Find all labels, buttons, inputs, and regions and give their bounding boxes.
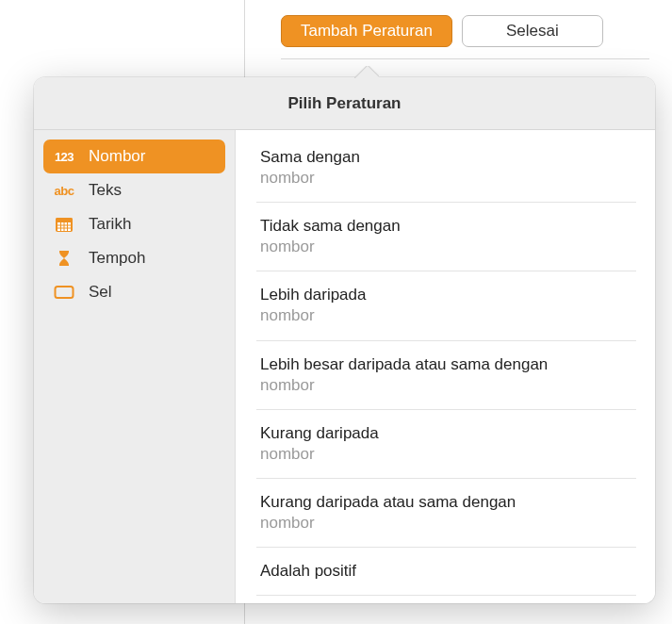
add-rule-button[interactable]: Tambah Peraturan [281,15,452,47]
header-buttons: Tambah Peraturan Selesai [281,15,603,47]
sidebar-item-label: Tarikh [89,215,131,234]
sidebar-item-text[interactable]: abc Teks [43,173,225,207]
svg-rect-1 [56,218,73,222]
sidebar-item-date[interactable]: Tarikh [43,207,225,241]
rule-title: Lebih daripada [260,285,632,305]
sidebar-item-duration[interactable]: Tempoh [43,241,225,275]
rule-sub: nombor [260,375,632,396]
rule-sub: nombor [260,444,632,465]
rule-title: Lebih besar daripada atau sama dengan [260,354,632,375]
done-button[interactable]: Selesai [462,15,603,47]
popover-title: Pilih Peraturan [34,77,655,130]
rule-popover: Pilih Peraturan 123 Nombor abc Teks [34,77,655,603]
cell-icon [51,285,77,300]
rule-title: Adalah positif [260,561,632,582]
rule-type-sidebar: 123 Nombor abc Teks [34,130,236,603]
calendar-icon [51,216,77,233]
rule-item-greater[interactable]: Lebih daripada nombor [256,271,636,340]
popover-body: 123 Nombor abc Teks [34,130,655,603]
rule-sub: nombor [260,237,632,257]
rule-title: Tidak sama dengan [260,216,632,237]
rule-item-greater-equal[interactable]: Lebih besar daripada atau sama dengan no… [256,341,636,410]
rule-title: Kurang daripada atau sama dengan [260,492,632,513]
sidebar-item-label: Nombor [89,147,145,166]
rule-item-less[interactable]: Kurang daripada nombor [256,410,636,479]
rule-item-positive[interactable]: Adalah positif [256,548,636,596]
header-divider [281,58,649,59]
sidebar-item-label: Sel [89,283,112,302]
rule-title: Sama dengan [260,147,632,168]
rule-item-not-equal[interactable]: Tidak sama dengan nombor [256,203,636,271]
rule-item-less-equal[interactable]: Kurang daripada atau sama dengan nombor [256,479,636,548]
number-icon: 123 [51,150,77,164]
sidebar-item-label: Teks [89,181,122,200]
rule-sub: nombor [260,513,632,534]
sidebar-item-label: Tempoh [89,249,145,268]
sidebar-item-number[interactable]: 123 Nombor [43,140,225,173]
text-icon: abc [51,184,77,198]
rules-list[interactable]: Sama dengan nombor Tidak sama dengan nom… [236,130,655,603]
rule-title: Kurang daripada [260,423,632,444]
popover-arrow [354,66,379,78]
rule-sub: nombor [260,168,632,189]
rule-sub: nombor [260,305,632,326]
hourglass-icon [51,250,77,267]
rule-item-equal[interactable]: Sama dengan nombor [256,134,636,203]
sidebar-item-cell[interactable]: Sel [43,275,225,309]
svg-rect-8 [56,287,74,298]
